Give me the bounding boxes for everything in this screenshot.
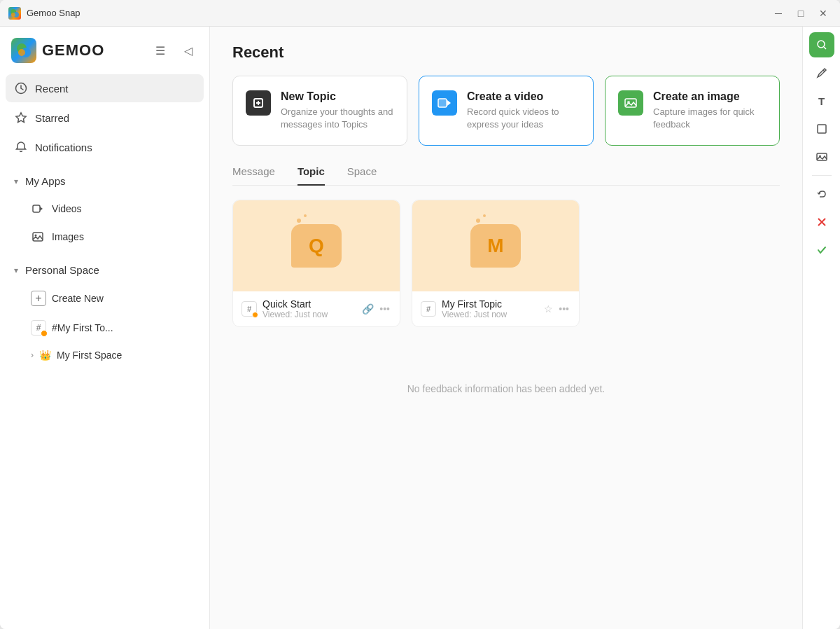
create-image-title: Create an image — [653, 90, 766, 103]
star-icon — [14, 111, 28, 125]
quick-start-hash: # — [241, 301, 257, 317]
svg-rect-23 — [818, 125, 826, 133]
create-video-card[interactable]: Create a video Record quick videos to ex… — [419, 76, 594, 146]
quick-start-meta: Quick Start Viewed: Just now — [262, 298, 355, 319]
images-label: Images — [52, 231, 84, 242]
main-content: Recent New Topic Organize your thoughts — [210, 27, 802, 629]
sidebar-logo-area: GEMOO ☰ ◁ — [0, 38, 209, 74]
svg-marker-7 — [16, 113, 26, 123]
titlebar: Gemoo Snap ─ □ ✕ — [0, 0, 840, 27]
personal-space-label: Personal Space — [25, 264, 99, 276]
tab-topic[interactable]: Topic — [298, 165, 325, 186]
starred-label: Starred — [35, 112, 69, 124]
sidebar-topic-item[interactable]: # #My First To... — [6, 314, 204, 342]
sidebar-nav: Recent Starred — [0, 74, 209, 618]
videos-label: Videos — [52, 203, 82, 214]
notifications-label: Notifications — [35, 141, 92, 153]
toolbar-pen-button[interactable] — [809, 60, 834, 85]
maximize-button[interactable]: □ — [792, 5, 809, 22]
sidebar: GEMOO ☰ ◁ Recent — [0, 27, 210, 629]
video-icon — [31, 202, 45, 216]
toolbar-check-button[interactable] — [809, 237, 834, 263]
my-apps-section[interactable]: ▾ My Apps — [6, 168, 204, 194]
sidebar-space-item[interactable]: › 👑 My First Space — [6, 343, 204, 367]
sidebar-item-notifications[interactable]: Notifications — [6, 133, 204, 161]
more-action-icon[interactable]: ••• — [557, 302, 570, 316]
create-new-button[interactable]: + Create New — [6, 284, 204, 312]
page-title: Recent — [232, 43, 780, 62]
toolbar-search-button[interactable] — [809, 32, 834, 57]
topic-card-my-first-topic[interactable]: M # My First Topic Viewed: Just now ☆ — [412, 200, 580, 327]
create-image-icon — [618, 90, 643, 116]
link-icon[interactable]: 🔗 — [360, 302, 375, 316]
topic-card-quick-start[interactable]: Q # Quick Start Viewed: Just now — [232, 200, 400, 327]
recent-label: Recent — [35, 83, 69, 95]
my-first-topic-bubble: M — [470, 224, 521, 268]
svg-line-21 — [824, 47, 826, 49]
personal-space-section[interactable]: ▾ Personal Space — [6, 257, 204, 283]
quick-start-info: # Quick Start Viewed: Just now 🔗 ••• — [233, 291, 400, 326]
my-first-topic-hash: # — [421, 301, 436, 317]
new-topic-text: New Topic Organize your thoughts and mes… — [281, 90, 394, 131]
tab-space[interactable]: Space — [347, 165, 377, 186]
my-first-topic-info: # My First Topic Viewed: Just now ☆ ••• — [412, 291, 579, 326]
empty-state-text: No feedback information has been added y… — [407, 383, 606, 394]
more-icon[interactable]: ••• — [378, 302, 391, 316]
my-first-topic-thumb: M — [412, 200, 579, 291]
close-button[interactable]: ✕ — [815, 5, 832, 22]
my-first-topic-name: My First Topic — [442, 298, 537, 310]
new-topic-desc: Organize your thoughts and messages into… — [281, 106, 394, 131]
sidebar-item-starred[interactable]: Starred — [6, 104, 204, 132]
app-body: GEMOO ☰ ◁ Recent — [0, 27, 840, 629]
tab-message[interactable]: Message — [232, 165, 275, 186]
content-tabs: Message Topic Space — [232, 165, 780, 186]
star-action-icon[interactable]: ☆ — [542, 302, 554, 316]
sidebar-item-recent[interactable]: Recent — [6, 74, 204, 102]
sidebar-item-videos[interactable]: Videos — [6, 195, 204, 222]
text-t-icon: T — [818, 95, 825, 107]
quick-start-badge — [252, 312, 258, 318]
quick-start-thumb: Q — [233, 200, 400, 291]
app-icon — [8, 7, 21, 20]
toolbar-text-button[interactable]: T — [809, 88, 834, 113]
toolbar-image-button[interactable] — [809, 144, 834, 170]
new-topic-title: New Topic — [281, 90, 394, 103]
app-window: Gemoo Snap ─ □ ✕ GEMOO ☰ ◁ — [0, 0, 840, 629]
image-icon — [31, 230, 45, 244]
menu-button[interactable]: ☰ — [150, 41, 170, 60]
minimize-button[interactable]: ─ — [770, 5, 787, 22]
create-new-label: Create New — [52, 293, 104, 304]
sidebar-item-images[interactable]: Images — [6, 223, 204, 250]
logo-text: GEMOO — [42, 41, 104, 60]
toolbar-rect-button[interactable] — [809, 116, 834, 141]
first-topic-label: #My First To... — [52, 322, 113, 333]
toolbar-close-button[interactable] — [809, 209, 834, 235]
quick-start-actions: 🔗 ••• — [360, 302, 391, 316]
my-first-topic-meta: My First Topic Viewed: Just now — [442, 298, 537, 319]
new-topic-card[interactable]: New Topic Organize your thoughts and mes… — [232, 76, 407, 146]
recent-icon — [14, 81, 28, 95]
bell-icon — [14, 140, 28, 154]
svg-rect-10 — [33, 233, 43, 241]
personal-space-chevron: ▾ — [14, 265, 18, 275]
topics-grid: Q # Quick Start Viewed: Just now — [232, 200, 780, 327]
action-cards-row: New Topic Organize your thoughts and mes… — [232, 76, 780, 146]
create-video-text: Create a video Record quick videos to ex… — [467, 90, 580, 131]
quick-start-name: Quick Start — [262, 298, 355, 310]
new-topic-icon — [246, 90, 271, 116]
titlebar-title: Gemoo Snap — [27, 8, 770, 18]
svg-marker-9 — [40, 207, 43, 211]
toolbar-undo-button[interactable] — [809, 181, 834, 207]
quick-start-time: Viewed: Just now — [262, 310, 355, 319]
svg-rect-8 — [33, 205, 40, 212]
create-image-card[interactable]: Create an image Capture images for quick… — [605, 76, 780, 146]
create-image-text: Create an image Capture images for quick… — [653, 90, 766, 131]
svg-line-22 — [823, 70, 825, 71]
svg-rect-15 — [438, 99, 447, 107]
back-button[interactable]: ◁ — [178, 41, 198, 60]
toolbar-divider — [812, 175, 832, 176]
my-first-topic-actions: ☆ ••• — [542, 302, 570, 316]
titlebar-controls: ─ □ ✕ — [770, 5, 832, 22]
first-space-label: My First Space — [57, 350, 122, 361]
right-toolbar: T — [802, 27, 840, 629]
